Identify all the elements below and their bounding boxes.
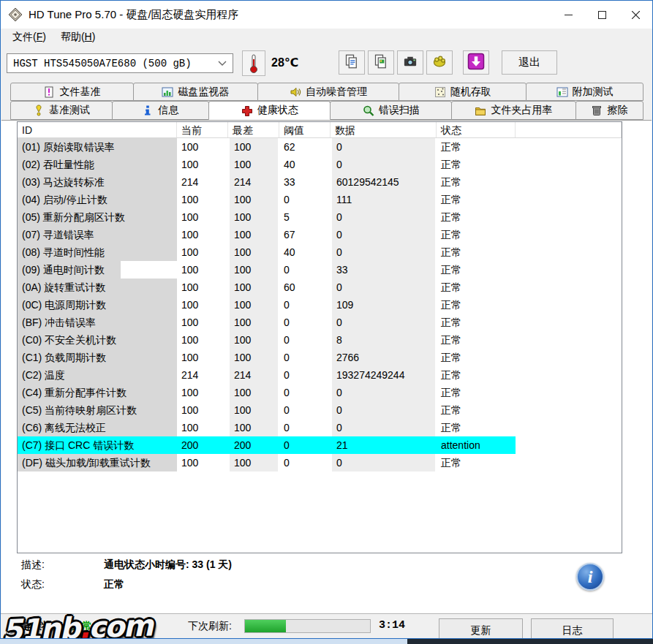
cell-data: 60129542145: [331, 173, 437, 191]
screenshot-camera-button[interactable]: [397, 50, 423, 75]
tab-extra-tests[interactable]: 附加测试: [526, 83, 643, 101]
cell-id: (C7) 接口 CRC 错误计数: [18, 436, 177, 454]
copy-text-button[interactable]: [339, 50, 365, 75]
cell-status: 正常: [437, 156, 516, 173]
tab-file-benchmark[interactable]: 文件基准: [10, 83, 134, 101]
tab-health-cross[interactable]: 健康状态: [208, 101, 331, 120]
log-button[interactable]: 日志: [531, 618, 614, 638]
table-row[interactable]: (C4) 重新分配事件计数10010000正常: [18, 384, 622, 401]
cell-threshold: 0: [279, 384, 331, 401]
tab-folder[interactable]: 文件夹占用率: [451, 101, 576, 120]
refresh-progress: [244, 619, 371, 633]
screenshot-camera-icon: [403, 54, 418, 71]
refresh-button[interactable]: 更新: [439, 618, 523, 638]
cell-id: (02) 吞吐量性能: [18, 156, 177, 173]
cell-threshold: 40: [279, 243, 331, 261]
cell-worst: 200: [228, 436, 279, 454]
table-row[interactable]: (02) 吞吐量性能100100400正常: [18, 156, 622, 173]
cell-worst: 100: [228, 208, 279, 226]
tab-disk-monitor[interactable]: 磁盘监视器: [133, 83, 258, 101]
column-header[interactable]: 最差: [228, 122, 279, 137]
cell-threshold: 0: [279, 436, 331, 454]
table-row[interactable]: (08) 寻道时间性能100100400正常: [18, 243, 622, 261]
copy-text-icon: [344, 54, 359, 71]
table-row[interactable]: (C7) 接口 CRC 错误计数200200021attention: [18, 436, 622, 454]
tab-label: 文件基准: [59, 86, 100, 99]
cell-data: 0: [331, 401, 437, 419]
tab-row-2: 基准测试信息健康状态错误扫描文件夹占用率擦除: [10, 101, 643, 120]
save-download-button[interactable]: [463, 50, 489, 75]
smart-table: ID当前最差阈值数据状态 (01) 原始读取错误率100100620正常(02)…: [17, 121, 622, 553]
temperature-value: 28℃: [271, 56, 298, 69]
table-row[interactable]: (C0) 不安全关机计数10010008正常: [18, 331, 622, 349]
table-row[interactable]: (C6) 离线无法校正10010000正常: [18, 419, 622, 436]
tab-label: 错误扫描: [379, 104, 420, 117]
column-header[interactable]: ID: [18, 122, 177, 137]
table-row[interactable]: (0C) 电源周期计数1001000109正常: [18, 296, 622, 314]
exit-button[interactable]: 退出: [502, 50, 557, 75]
table-row[interactable]: (C5) 当前待映射扇区计数10010000正常: [18, 401, 622, 419]
table-row[interactable]: (C2) 温度2142140193274249244正常: [18, 366, 622, 384]
health-cross-icon: [241, 105, 253, 116]
cell-worst: 100: [228, 401, 279, 419]
drive-select[interactable]: HGST HTS545050A7E680 (500 gB): [7, 53, 233, 73]
column-header[interactable]: 当前: [177, 122, 228, 137]
copy-image-button[interactable]: [368, 50, 394, 75]
close-button[interactable]: [619, 1, 652, 29]
cell-worst: 100: [228, 349, 279, 366]
tab-erase-trash[interactable]: 擦除: [575, 101, 643, 120]
temperature-button[interactable]: [242, 50, 265, 76]
table-row[interactable]: (09) 通电时间计数100100033正常: [18, 261, 622, 279]
cell-threshold: 0: [279, 349, 331, 366]
cell-data: 0: [331, 279, 437, 296]
toolbar: HGST HTS545050A7E680 (500 gB) 28℃ 退出: [1, 46, 652, 83]
cell-worst: 100: [228, 138, 279, 156]
table-row[interactable]: (0A) 旋转重试计数100100600正常: [18, 279, 622, 296]
menu-item-h[interactable]: 帮助(H): [53, 29, 102, 45]
cell-threshold: 40: [279, 156, 331, 173]
donate-hand-button[interactable]: [426, 50, 453, 75]
tab-label: 附加测试: [573, 86, 614, 99]
tab-label: 随机存取: [450, 86, 491, 99]
table-row[interactable]: (01) 原始读取错误率100100620正常: [18, 138, 622, 156]
cell-current: 100: [177, 331, 228, 349]
cell-current: 100: [177, 349, 228, 366]
tab-benchmark[interactable]: 基准测试: [10, 101, 113, 120]
cell-current: 100: [177, 314, 228, 331]
table-row[interactable]: (DF) 磁头加载/卸载重试计数10010000正常: [18, 454, 622, 471]
column-header[interactable]: 状态: [437, 122, 516, 137]
table-row[interactable]: (05) 重新分配扇区计数10010050正常: [18, 208, 622, 226]
cell-id: (BF) 冲击错误率: [18, 314, 177, 331]
cell-status: 正常: [437, 454, 516, 471]
table-row[interactable]: (BF) 冲击错误率10010000正常: [18, 314, 622, 331]
menu-item-f[interactable]: 文件(F): [5, 29, 53, 45]
disk-monitor-icon: [162, 86, 173, 98]
cell-current: 100: [177, 384, 228, 401]
cell-status: 正常: [437, 419, 516, 436]
tab-random-access[interactable]: 随机存取: [399, 83, 526, 101]
cell-threshold: 67: [279, 226, 331, 243]
background-strip-right: [407, 638, 653, 644]
health-page: ID当前最差阈值数据状态 (01) 原始读取错误率100100620正常(02)…: [1, 120, 652, 613]
titlebar: HD Tune Pro 5.70 - 硬盘/固态硬盘实用程序: [1, 1, 652, 29]
table-row[interactable]: (C1) 负载周期计数10010002766正常: [18, 349, 622, 366]
cell-current: 100: [177, 156, 228, 173]
minimize-button[interactable]: [551, 1, 585, 29]
column-header[interactable]: 阈值: [279, 122, 331, 137]
maximize-button[interactable]: [585, 1, 619, 29]
table-row[interactable]: (04) 启动/停止计数1001000111正常: [18, 191, 622, 208]
cell-status: 正常: [437, 191, 516, 208]
refresh-countdown: 3:14: [379, 619, 405, 632]
cell-id: (C5) 当前待映射扇区计数: [18, 401, 177, 419]
cell-data: 0: [331, 138, 437, 156]
tab-error-scan[interactable]: 错误扫描: [330, 101, 452, 120]
table-row[interactable]: (03) 马达旋转标准2142143360129542145正常: [18, 173, 622, 191]
cell-current: 200: [177, 436, 228, 454]
table-row[interactable]: (07) 寻道错误率100100670正常: [18, 226, 622, 243]
cell-status: 正常: [437, 261, 516, 279]
tab-row-1: 文件基准磁盘监视器自动噪音管理随机存取附加测试: [10, 83, 643, 101]
tab-speaker[interactable]: 自动噪音管理: [257, 83, 400, 101]
info-icon[interactable]: i: [576, 563, 604, 591]
tab-info[interactable]: 信息: [112, 101, 209, 120]
column-header[interactable]: 数据: [331, 122, 437, 137]
